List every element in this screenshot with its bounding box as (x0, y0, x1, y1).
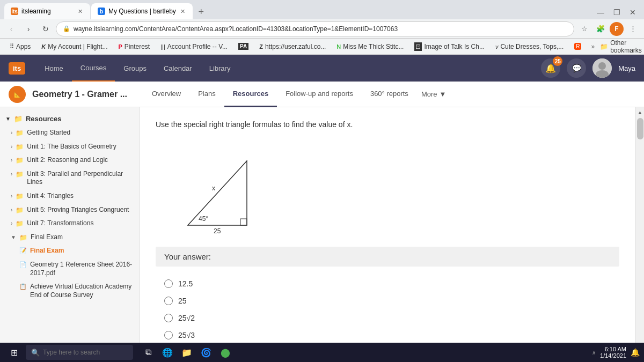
user-name[interactable]: Maya (618, 64, 635, 72)
search-input[interactable] (43, 349, 123, 356)
tab-360reports[interactable]: 360° reports (362, 82, 417, 107)
message-button[interactable]: 💬 (567, 58, 586, 78)
folder-icon: 📁 (600, 43, 608, 50)
tab-itslearning[interactable]: its itslearning ✕ (4, 3, 90, 19)
sidebar-item-final-exam-folder[interactable]: ▼ 📁 Final Exam (0, 231, 139, 245)
menu-button[interactable]: ⋮ (626, 22, 640, 36)
bookmark-myaccount[interactable]: K My Account | Flight... (37, 42, 112, 51)
chevron-down-icon: ▼ (5, 116, 11, 122)
sidebar-item-label: Unit 3: Parallel and Perpendicular Lines (27, 170, 134, 187)
tab-close-2[interactable]: ✕ (179, 7, 186, 16)
sidebar-item-unit4[interactable]: › 📁 Unit 4: Triangles (0, 189, 139, 203)
notification-button[interactable]: 🔔 25 (541, 58, 560, 78)
nav-library[interactable]: Library (201, 55, 239, 82)
nav-courses[interactable]: Courses (72, 55, 115, 82)
radio-option-2[interactable] (164, 297, 173, 305)
address-text: wayne.itslearning.com/ContentArea/Conten… (74, 25, 567, 33)
svg-text:📐: 📐 (14, 91, 21, 98)
right-scrollbar[interactable]: ▲ ▼ (635, 107, 644, 362)
chevron-right-icon: › (11, 171, 12, 177)
radio-option-3[interactable] (164, 314, 173, 322)
option-1[interactable]: 12.5 (156, 275, 619, 292)
bookmarks-bar: ⠿ Apps K My Account | Flight... P Pinter… (0, 39, 644, 55)
forward-button[interactable]: › (21, 22, 35, 36)
sidebar-item-unit7[interactable]: › 📁 Unit 7: Transformations (0, 217, 139, 231)
new-tab-button[interactable]: + (194, 4, 209, 19)
sidebar-item-unit5[interactable]: › 📁 Unit 5: Proving Triangles Congruent (0, 203, 139, 217)
option-2[interactable]: 25 (156, 292, 619, 309)
tab-close-1[interactable]: ✕ (77, 7, 84, 16)
tab-plans[interactable]: Plans (189, 82, 224, 107)
bookmarks-more-button[interactable]: » (588, 42, 598, 51)
tab-overview[interactable]: Overview (143, 82, 189, 107)
bookmark-star-button[interactable]: ☆ (577, 22, 591, 36)
course-icon: 📐 (9, 86, 26, 103)
sidebar-item-ref-sheet[interactable]: 📄 Geometry 1 Reference Sheet 2016-2017.p… (0, 258, 139, 280)
radio-option-1[interactable] (164, 279, 173, 288)
browser-toolbar: ‹ › ↻ 🔒 wayne.itslearning.com/ContentAre… (0, 19, 644, 39)
nav-home[interactable]: Home (36, 55, 72, 82)
edge2-button[interactable]: 🌀 (197, 344, 215, 361)
sidebar-item-getting-started[interactable]: › 📁 Getting Started (0, 126, 139, 140)
bookmark-missme[interactable]: N Miss Me Thick Stitc... (332, 42, 408, 51)
option-4[interactable]: 25√3 (156, 327, 619, 344)
minimize-button[interactable]: — (594, 5, 608, 19)
close-browser-button[interactable]: ✕ (626, 5, 640, 19)
sidebar-item-label: Unit 1: The Basics of Geometry (27, 143, 134, 151)
avatar[interactable] (592, 58, 612, 78)
notifications-icon[interactable]: 🔔 (631, 348, 640, 357)
file-explorer-button[interactable]: 📁 (178, 344, 195, 361)
taskbar-right: ∧ 6:10 AM 1/14/2021 🔔 (592, 346, 640, 359)
nav-calendar[interactable]: Calendar (155, 55, 201, 82)
bookmark-cute-dresses[interactable]: v Cute Dresses, Tops,... (491, 42, 568, 51)
maximize-button[interactable]: ❐ (610, 5, 624, 19)
sidebar-item-final-exam[interactable]: 📝 Final Exam (0, 244, 139, 258)
bookmark-r[interactable]: R (570, 42, 586, 51)
taskbar-search[interactable]: 🔍 (26, 345, 133, 360)
sidebar-item-unit1[interactable]: › 📁 Unit 1: The Basics of Geometry (0, 140, 139, 154)
bookmark-image-talk[interactable]: ⊡ Image of Talk Is Ch... (410, 41, 489, 52)
sidebar-item-unit2[interactable]: › 📁 Unit 2: Reasoning and Logic (0, 153, 139, 167)
bookmark-pinterest[interactable]: P Pinterest (114, 42, 154, 51)
other-bookmarks-button[interactable]: 📁 Other bookmarks (600, 39, 642, 54)
svg-marker-5 (188, 161, 247, 225)
bookmark-account-profile[interactable]: ||| Account Profile -- V... (156, 42, 232, 51)
scroll-thumb[interactable] (637, 118, 643, 139)
image-talk-icon: ⊡ (414, 42, 422, 51)
sidebar-item-survey[interactable]: 📋 Achieve Virtual Education Academy End … (0, 280, 139, 302)
sidebar-item-unit3[interactable]: › 📁 Unit 3: Parallel and Perpendicular L… (0, 167, 139, 189)
tab-favicon-2: b (98, 8, 105, 15)
sidebar-item-label: Achieve Virtual Education Academy End of… (30, 283, 134, 299)
bookmark-zaful[interactable]: Z https://user.zaful.co... (255, 42, 330, 51)
nav-groups[interactable]: Groups (115, 55, 155, 82)
chrome-button[interactable]: ⬤ (217, 344, 234, 361)
radio-option-4[interactable] (164, 331, 173, 339)
cute-dresses-icon: v (495, 43, 499, 50)
more-button[interactable]: More ▼ (417, 90, 451, 98)
question-text: Use the special right triangle formulas … (156, 120, 619, 129)
back-button[interactable]: ‹ (4, 22, 18, 36)
tab-bartleby[interactable]: b My Questions | bartleby ✕ (91, 3, 193, 19)
missme-icon: N (336, 43, 341, 50)
notification-badge: 25 (553, 56, 562, 66)
folder-unit3-icon: 📁 (16, 171, 24, 178)
browser-profile-button[interactable]: F (610, 22, 624, 36)
address-bar[interactable]: 🔒 wayne.itslearning.com/ContentArea/Cont… (56, 21, 574, 36)
edge-button[interactable]: 🌐 (159, 344, 176, 361)
bookmark-pa[interactable]: PA (234, 42, 253, 51)
task-view-button[interactable]: ⧉ (140, 344, 157, 361)
option-3[interactable]: 25√2 (156, 309, 619, 327)
extension-button[interactable]: 🧩 (594, 22, 608, 36)
its-navigation: its Home Courses Groups Calendar Library… (0, 55, 644, 82)
folder-unit1-icon: 📁 (16, 143, 24, 151)
tab-followup[interactable]: Follow-up and reports (277, 82, 362, 107)
its-logo[interactable]: its (9, 62, 25, 75)
chevron-down-icon: ▼ (440, 90, 447, 98)
assignment-icon: 📝 (19, 247, 27, 254)
bookmark-apps[interactable]: ⠿ Apps (5, 42, 35, 51)
sidebar-item-label: Final Exam (30, 247, 134, 255)
reload-button[interactable]: ↻ (39, 22, 53, 36)
tab-resources[interactable]: Resources (224, 82, 277, 107)
scroll-up-button[interactable]: ▲ (636, 108, 644, 116)
start-button[interactable]: ⊞ (4, 343, 24, 362)
